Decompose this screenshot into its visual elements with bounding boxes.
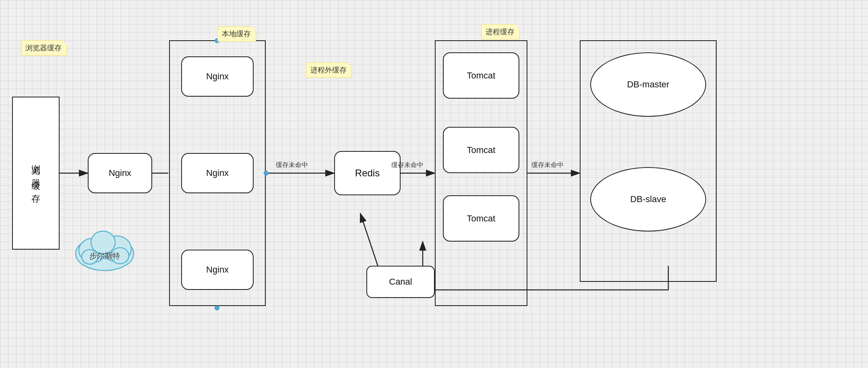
cloud-svg: 步尔斯特 [68,213,142,278]
tomcat-node-2: Tomcat [443,127,519,173]
sticky-process-cache: 进程缓存 [481,24,520,39]
nginx-single-node: Nginx [88,153,152,193]
burst-cloud: 步尔斯特 [68,213,142,279]
tomcat-node-3: Tomcat [443,195,519,242]
db-master-node: DB-master [590,52,706,117]
redis-node: Redis [334,151,401,195]
cache-miss-label-3: 缓存未命中 [531,161,564,170]
browser-cache-box: 浏览 器缓 存 [12,97,60,250]
nginx-node-1: Nginx [181,56,254,97]
cache-miss-label-1: 缓存未命中 [276,161,308,170]
nginx-node-2: Nginx [181,153,254,193]
diagram-canvas: 浏览 器缓 存 浏览器缓存 Nginx Nginx Nginx Nginx 本地… [0,0,868,368]
db-slave-node: DB-slave [590,167,706,232]
svg-text:步尔斯特: 步尔斯特 [89,252,120,260]
nginx-cluster-bottom-dot [215,306,219,310]
tomcat-node-1: Tomcat [443,52,519,99]
sticky-browser-cache: 浏览器缓存 [21,40,67,56]
nginx-cluster-right-dot [264,171,269,176]
nginx-node-3: Nginx [181,250,254,290]
browser-cache-label: 浏览 器缓 存 [30,157,42,189]
sticky-local-cache: 本地缓存 [217,26,256,41]
svg-point-14 [91,231,115,254]
cache-miss-label-2: 缓存未命中 [391,161,424,170]
canal-node: Canal [366,266,435,298]
sticky-process-outer-cache: 进程外缓存 [306,62,352,78]
